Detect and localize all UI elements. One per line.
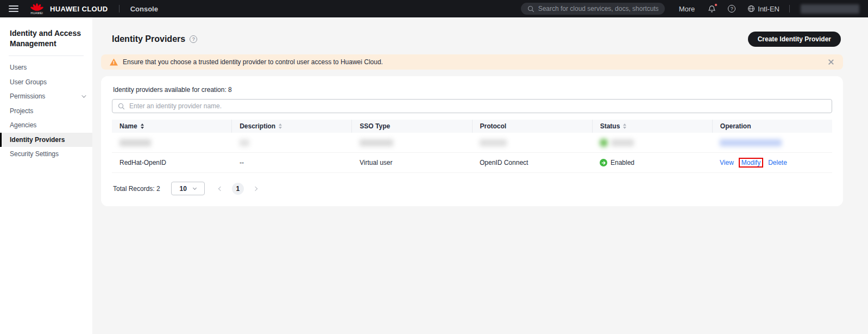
sidebar-item-security-settings[interactable]: Security Settings [0, 147, 92, 162]
hamburger-icon [9, 5, 18, 7]
delete-link[interactable]: Delete [768, 159, 787, 166]
sidebar-item-projects[interactable]: Projects [0, 104, 92, 119]
help-button[interactable] [728, 5, 735, 13]
sidebar-item-permissions[interactable]: Permissions [0, 89, 92, 104]
redacted-sso-type [360, 139, 393, 146]
notifications-button[interactable] [708, 5, 716, 13]
chevron-down-icon [81, 94, 86, 98]
header-divider [119, 5, 119, 13]
page-title: Identity Providers [112, 34, 185, 44]
question-icon [728, 5, 735, 13]
account-name-redacted[interactable] [801, 4, 859, 14]
available-note: Identity providers available for creatio… [113, 86, 832, 94]
modify-link[interactable]: Modify [741, 159, 760, 166]
huawei-logo: HUAWEI [30, 3, 43, 15]
warning-banner: Ensure that you choose a trusted identit… [101, 54, 843, 70]
console-link[interactable]: Console [130, 5, 158, 13]
provider-protocol: OpenID Connect [480, 159, 528, 166]
redacted-status [611, 139, 634, 146]
header-search-input[interactable] [538, 5, 658, 13]
chevron-left-icon [218, 186, 222, 190]
page-number-1[interactable]: 1 [232, 183, 244, 195]
chevron-down-icon [193, 185, 197, 189]
provider-name: RedHat-OpenID [119, 159, 166, 166]
banner-close-icon[interactable] [828, 59, 834, 65]
sort-icon [141, 123, 144, 129]
top-bar: HUAWEI HUAWEI CLOUD Console More Intl-EN [0, 0, 868, 17]
more-menu[interactable]: More [679, 5, 695, 13]
column-header-protocol: Protocol [472, 120, 592, 133]
warning-icon [110, 59, 118, 66]
header-search[interactable] [521, 3, 665, 15]
search-icon [118, 103, 125, 110]
redacted-operation-links[interactable] [720, 139, 782, 146]
table-row-redhat-openid: RedHat-OpenID -- Virtual user OpenID Con… [112, 153, 832, 173]
provider-search[interactable] [112, 99, 832, 113]
create-identity-provider-button[interactable]: Create Identity Provider [748, 32, 841, 47]
column-header-sso-type: SSO Type [351, 120, 471, 133]
sidebar: Identity and Access Management Users Use… [0, 17, 92, 334]
locale-selector[interactable]: Intl-EN [747, 5, 779, 13]
search-icon [527, 5, 534, 13]
sidebar-item-user-groups[interactable]: User Groups [0, 75, 92, 90]
status-enabled-icon [600, 159, 607, 166]
sort-icon [279, 123, 282, 129]
total-records-label: Total Records: 2 [113, 185, 160, 193]
next-page-button[interactable] [249, 183, 261, 195]
notification-badge [714, 3, 718, 7]
sidebar-title: Identity and Access Management [10, 28, 83, 49]
warning-text: Ensure that you choose a trusted identit… [123, 58, 383, 66]
main-content: Identity Providers Create Identity Provi… [92, 17, 868, 334]
provider-sso-type: Virtual user [360, 159, 392, 166]
column-header-description[interactable]: Description [231, 120, 351, 133]
table-row-redacted [112, 133, 832, 153]
locale-label: Intl-EN [758, 5, 779, 13]
huawei-logo-word: HUAWEI [31, 11, 43, 15]
redacted-status-icon [600, 139, 608, 147]
sort-icon [623, 123, 626, 129]
column-header-status[interactable]: Status [592, 120, 712, 133]
sidebar-item-agencies[interactable]: Agencies [0, 118, 92, 133]
providers-table: Name Description SSO Type Protocol Statu… [112, 120, 832, 173]
table-footer: Total Records: 2 10 1 [112, 182, 832, 195]
pagination: 1 [215, 183, 261, 195]
page-help-icon[interactable] [190, 35, 197, 43]
redacted-protocol [480, 139, 507, 146]
prev-page-button[interactable] [215, 183, 227, 195]
operation-links: View Modify Delete [720, 158, 787, 168]
modify-annotation-box: Modify [739, 158, 763, 168]
redacted-description [240, 139, 249, 146]
brand-title: HUAWEI CLOUD [50, 5, 108, 13]
view-link[interactable]: View [720, 159, 734, 166]
provider-description: -- [240, 159, 244, 166]
sidebar-item-users[interactable]: Users [0, 60, 92, 75]
column-header-operation: Operation [712, 120, 832, 133]
provider-search-input[interactable] [129, 102, 826, 110]
column-header-name[interactable]: Name [112, 120, 231, 133]
sidebar-item-identity-providers[interactable]: Identity Providers [0, 133, 92, 147]
page-size-select[interactable]: 10 [171, 182, 205, 195]
identity-providers-card: Identity providers available for creatio… [101, 76, 843, 206]
chevron-right-icon [253, 186, 257, 190]
status-label: Enabled [611, 159, 634, 166]
globe-icon [747, 5, 755, 13]
hamburger-menu-button[interactable] [9, 5, 18, 12]
sidebar-divider [9, 55, 84, 56]
table-header-row: Name Description SSO Type Protocol Statu… [112, 120, 832, 133]
header-divider [789, 5, 790, 13]
redacted-name [119, 139, 151, 146]
page-header: Identity Providers Create Identity Provi… [101, 32, 843, 47]
